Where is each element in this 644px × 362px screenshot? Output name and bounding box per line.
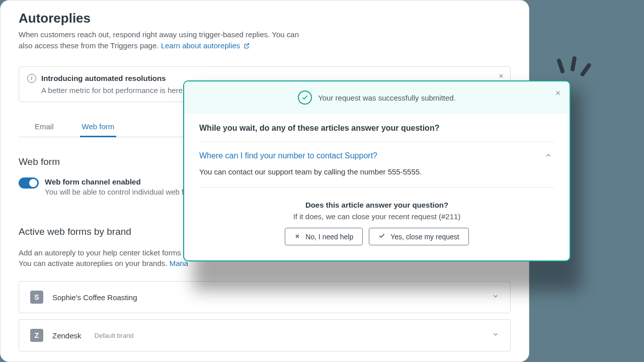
brand-initial-icon: S [30,291,43,304]
article-title-link[interactable]: Where can I find your number to contact … [199,151,554,160]
toggle-label: Web form channel enabled [45,177,188,186]
request-submitted-modal: Your request was successfully submitted.… [183,80,571,261]
yes-btn-label: Yes, close my request [390,233,459,241]
prompt-sub: If it does, we can close your recent req… [199,212,554,221]
external-link-icon [242,42,250,50]
tab-web-form[interactable]: Web form [80,122,117,137]
check-icon [378,232,385,241]
page-title: Autoreplies [19,11,511,26]
webform-enabled-toggle[interactable] [19,177,39,189]
brand-initial-icon: Z [30,329,43,342]
brand-row-zendesk[interactable]: Z Zendesk Default brand [19,319,511,351]
info-icon: i [27,74,36,83]
chevron-down-icon [492,293,499,302]
info-banner-close-button[interactable] [498,72,504,81]
x-icon [294,233,300,241]
suggested-article: Where can I find your number to contact … [199,142,554,187]
chevron-up-icon[interactable] [544,151,552,161]
no-need-help-button[interactable]: No, I need help [285,228,363,245]
learn-link[interactable]: Learn about autoreplies [161,41,250,50]
brand-name: Sophie's Coffee Roasting [52,293,137,302]
no-btn-label: No, I need help [305,233,353,241]
brand-name: Zendesk [52,331,82,340]
info-banner-title: Introducing automated resolutions [41,74,166,82]
page-description-text: When customers reach out, respond right … [19,30,299,50]
toggle-sub: You will be able to control individual w… [45,188,188,196]
resolution-prompt: Does this article answer your question? … [199,201,554,245]
tab-email[interactable]: Email [33,122,56,137]
brand-default-label: Default brand [95,332,134,339]
prompt-title: Does this article answer your question? [199,201,554,209]
yes-close-request-button[interactable]: Yes, close my request [369,228,468,245]
article-body: You can contact our support team by call… [199,167,554,176]
modal-heading: While you wait, do any of these articles… [199,124,554,133]
modal-header: Your request was successfully submitted. [184,81,570,114]
modal-success-text: Your request was successfully submitted. [318,94,456,102]
modal-close-button[interactable] [554,88,561,99]
chevron-down-icon [492,331,499,340]
learn-link-text: Learn about autoreplies [161,41,240,50]
success-check-icon [298,90,312,105]
page-description: When customers reach out, respond right … [19,29,300,51]
